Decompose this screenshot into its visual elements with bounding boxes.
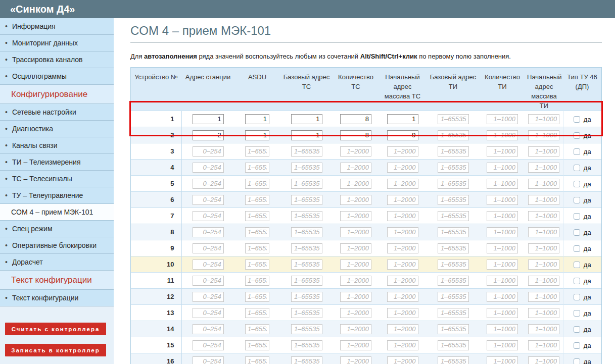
asdu-input[interactable] — [245, 179, 269, 189]
ti-base-address-input[interactable] — [438, 130, 469, 140]
asdu-input[interactable] — [245, 146, 269, 157]
sidebar-item[interactable]: •ТИ – Телеизмерения — [0, 154, 114, 171]
ti-count-input[interactable] — [487, 163, 518, 173]
sidebar-item[interactable]: •Каналы связи — [0, 137, 114, 154]
ti-array-start-address-input[interactable] — [528, 114, 559, 124]
ti-count-input[interactable] — [487, 130, 518, 140]
ts-count-input[interactable] — [340, 292, 371, 302]
station-address-input[interactable] — [193, 227, 224, 237]
asdu-input[interactable] — [245, 114, 269, 124]
ts-array-start-address-input[interactable] — [387, 324, 418, 334]
sidebar-item[interactable]: •Информация — [0, 18, 114, 35]
tu-type-checkbox[interactable] — [574, 310, 580, 317]
ti-count-input[interactable] — [487, 356, 518, 364]
ts-count-input[interactable] — [340, 340, 371, 350]
tu-type-checkbox[interactable] — [574, 148, 580, 155]
ts-base-address-input[interactable] — [291, 356, 322, 364]
write-to-controller-button[interactable]: Записать в контроллер — [5, 344, 106, 356]
ti-base-address-input[interactable] — [438, 340, 469, 350]
ti-array-start-address-input[interactable] — [528, 259, 559, 270]
sidebar-item[interactable]: •Сетевые настройки — [0, 104, 114, 121]
ti-array-start-address-input[interactable] — [528, 276, 559, 286]
ts-array-start-address-input[interactable] — [387, 211, 418, 221]
sidebar-item[interactable]: •Текст конфигурации — [0, 290, 114, 306]
tu-type-checkbox[interactable] — [574, 229, 580, 236]
ts-array-start-address-input[interactable] — [387, 179, 418, 189]
ts-base-address-input[interactable] — [291, 259, 322, 270]
station-address-input[interactable] — [193, 308, 224, 318]
ts-array-start-address-input[interactable] — [387, 356, 418, 364]
ti-base-address-input[interactable] — [438, 276, 469, 286]
ts-base-address-input[interactable] — [291, 211, 322, 221]
sidebar-item[interactable]: •Спец режим — [0, 221, 114, 237]
ti-count-input[interactable] — [487, 308, 518, 318]
asdu-input[interactable] — [245, 276, 269, 286]
ts-count-input[interactable] — [340, 211, 371, 221]
ti-base-address-input[interactable] — [438, 195, 469, 205]
ts-base-address-input[interactable] — [291, 195, 322, 205]
ts-count-input[interactable] — [340, 308, 371, 318]
ti-count-input[interactable] — [487, 114, 518, 124]
station-address-input[interactable] — [193, 356, 224, 364]
ts-count-input[interactable] — [340, 114, 371, 124]
sidebar-item[interactable]: •ТС – Телесигналы — [0, 171, 114, 187]
tu-type-checkbox[interactable] — [574, 181, 580, 187]
ts-array-start-address-input[interactable] — [387, 340, 418, 350]
sidebar-item[interactable]: •Диагностика — [0, 121, 114, 137]
ti-count-input[interactable] — [487, 227, 518, 237]
asdu-input[interactable] — [245, 356, 269, 364]
ts-base-address-input[interactable] — [291, 146, 322, 157]
ts-base-address-input[interactable] — [291, 308, 322, 318]
ts-base-address-input[interactable] — [291, 292, 322, 302]
ts-count-input[interactable] — [340, 179, 371, 189]
ti-base-address-input[interactable] — [438, 356, 469, 364]
ti-count-input[interactable] — [487, 179, 518, 189]
ts-array-start-address-input[interactable] — [387, 146, 418, 157]
ts-count-input[interactable] — [340, 276, 371, 286]
ti-base-address-input[interactable] — [438, 243, 469, 253]
sidebar-item[interactable]: •Дорасчет — [0, 254, 114, 271]
station-address-input[interactable] — [193, 292, 224, 302]
asdu-input[interactable] — [245, 308, 269, 318]
sidebar-item[interactable]: •Оперативные блокировки — [0, 237, 114, 254]
ti-base-address-input[interactable] — [438, 163, 469, 173]
ti-array-start-address-input[interactable] — [528, 227, 559, 237]
ti-base-address-input[interactable] — [438, 308, 469, 318]
station-address-input[interactable] — [193, 259, 224, 270]
asdu-input[interactable] — [245, 195, 269, 205]
tu-type-checkbox[interactable] — [574, 326, 580, 333]
tu-type-checkbox[interactable] — [574, 262, 580, 268]
station-address-input[interactable] — [193, 130, 224, 140]
ts-array-start-address-input[interactable] — [387, 308, 418, 318]
asdu-input[interactable] — [245, 130, 269, 140]
ts-array-start-address-input[interactable] — [387, 195, 418, 205]
ts-base-address-input[interactable] — [291, 114, 322, 124]
ti-base-address-input[interactable] — [438, 227, 469, 237]
asdu-input[interactable] — [245, 259, 269, 270]
ti-count-input[interactable] — [487, 292, 518, 302]
ts-count-input[interactable] — [340, 227, 371, 237]
tu-type-checkbox[interactable] — [574, 116, 580, 123]
ti-base-address-input[interactable] — [438, 324, 469, 334]
ti-base-address-input[interactable] — [438, 259, 469, 270]
tu-type-checkbox[interactable] — [574, 278, 580, 284]
tu-type-checkbox[interactable] — [574, 165, 580, 171]
ti-array-start-address-input[interactable] — [528, 308, 559, 318]
ts-count-input[interactable] — [340, 324, 371, 334]
ts-array-start-address-input[interactable] — [387, 130, 418, 140]
ts-array-start-address-input[interactable] — [387, 259, 418, 270]
ts-base-address-input[interactable] — [291, 276, 322, 286]
tu-type-checkbox[interactable] — [574, 342, 580, 349]
asdu-input[interactable] — [245, 211, 269, 221]
station-address-input[interactable] — [193, 146, 224, 157]
ti-array-start-address-input[interactable] — [528, 130, 559, 140]
ti-count-input[interactable] — [487, 276, 518, 286]
ti-count-input[interactable] — [487, 243, 518, 253]
sidebar-item[interactable]: •Трассировка каналов — [0, 51, 114, 68]
ti-count-input[interactable] — [487, 146, 518, 157]
sidebar-item[interactable]: •ТУ – Телеуправление — [0, 187, 114, 204]
ts-base-address-input[interactable] — [291, 340, 322, 350]
tu-type-checkbox[interactable] — [574, 294, 580, 300]
ts-count-input[interactable] — [340, 195, 371, 205]
ts-count-input[interactable] — [340, 356, 371, 364]
